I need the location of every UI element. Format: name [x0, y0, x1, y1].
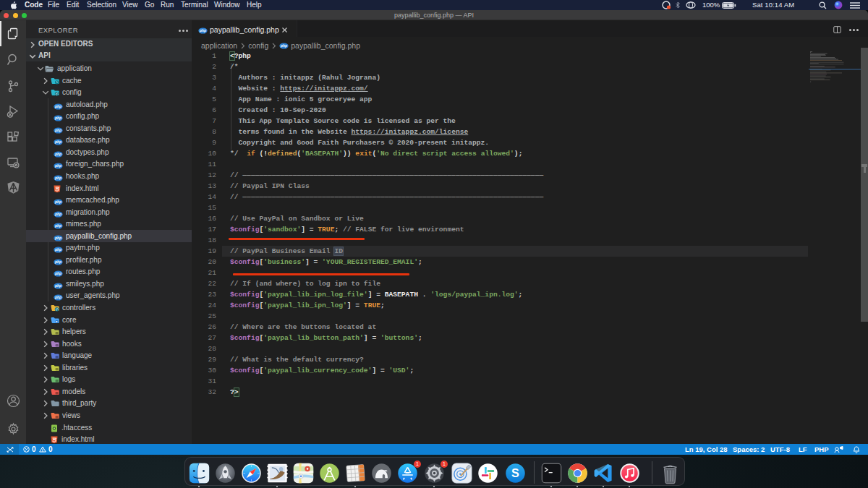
svg-text:php: php	[280, 44, 287, 48]
svg-text:php: php	[54, 200, 61, 204]
svg-text:php: php	[54, 224, 61, 228]
svg-text:php: php	[54, 213, 61, 216]
svg-text:php: php	[54, 140, 61, 144]
svg-text:php: php	[54, 105, 61, 108]
svg-text:php: php	[54, 248, 61, 252]
svg-text:php: php	[54, 129, 61, 132]
svg-text:php: php	[54, 284, 61, 288]
svg-text:php: php	[54, 116, 61, 120]
svg-text:php: php	[54, 236, 61, 240]
svg-text:php: php	[54, 153, 61, 156]
svg-text:php: php	[54, 260, 61, 264]
svg-text:php: php	[54, 273, 61, 276]
svg-text:php: php	[54, 176, 61, 180]
svg-text:php: php	[54, 165, 61, 168]
svg-text:S: S	[511, 466, 519, 479]
svg-text:php: php	[54, 296, 61, 300]
svg-text:php: php	[199, 29, 206, 33]
